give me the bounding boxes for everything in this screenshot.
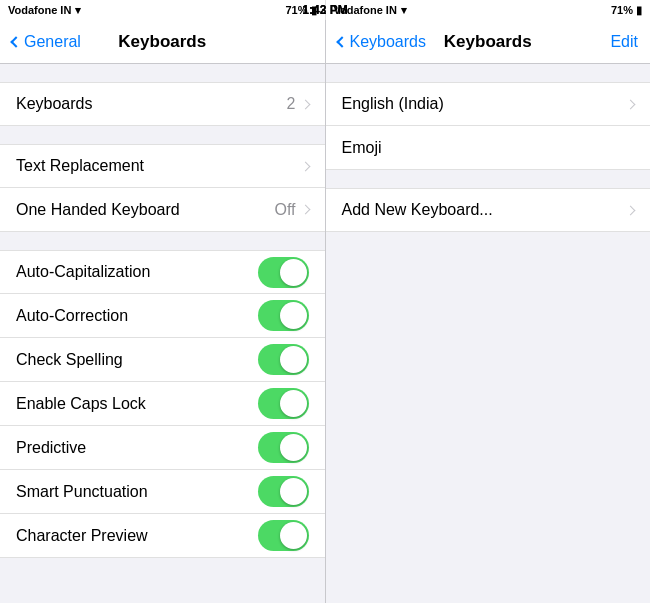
toggle-knob (280, 259, 307, 286)
spacer-1 (0, 64, 325, 82)
check-spelling-label: Check Spelling (16, 351, 258, 369)
right-status-bar: Vodafone IN ▾ 1:43 PM 71% ▮ (325, 0, 651, 20)
list-item: Enable Caps Lock (0, 382, 325, 426)
edit-button[interactable]: Edit (610, 33, 638, 51)
list-item[interactable]: Add New Keyboard... (326, 188, 651, 232)
predictive-toggle[interactable] (258, 432, 309, 463)
list-item: Character Preview (0, 514, 325, 558)
emoji-label: Emoji (342, 139, 635, 157)
char-preview-toggle[interactable] (258, 520, 309, 551)
auto-cap-label: Auto-Capitalization (16, 263, 258, 281)
left-nav-bar: General Keyboards (0, 20, 325, 63)
chevron-right-icon (300, 99, 310, 109)
left-status-left: Vodafone IN ▾ (8, 4, 81, 17)
spacer-r2 (326, 170, 651, 188)
toggle-knob (280, 478, 307, 505)
list-item: Auto-Correction (0, 294, 325, 338)
toggle-knob (280, 390, 307, 417)
left-nav-title: Keyboards (118, 32, 206, 52)
left-status-bar: Vodafone IN ▾ 1:42 PM 71% ▮ (0, 0, 325, 20)
list-item[interactable]: English (India) (326, 82, 651, 126)
chevron-right-icon (626, 99, 636, 109)
left-carrier: Vodafone IN (8, 4, 71, 16)
wifi-icon-right: ▾ (401, 4, 407, 17)
right-nav-title: Keyboards (444, 32, 532, 52)
section-toggles: Auto-Capitalization Auto-Correction Chec… (0, 250, 325, 558)
list-item: Check Spelling (0, 338, 325, 382)
right-back-button[interactable]: Keyboards (338, 33, 427, 51)
list-item: Auto-Capitalization (0, 250, 325, 294)
battery-icon-right: ▮ (636, 4, 642, 17)
right-time: 1:43 PM (302, 3, 347, 17)
right-panel: English (India) Emoji Add New Keyboard..… (325, 64, 651, 603)
auto-correction-toggle[interactable] (258, 300, 309, 331)
predictive-label: Predictive (16, 439, 258, 457)
spacer-2 (0, 126, 325, 144)
list-item[interactable]: Keyboards 2 (0, 82, 325, 126)
section-keyboards: Keyboards 2 (0, 82, 325, 126)
wifi-icon: ▾ (75, 4, 81, 17)
english-india-label: English (India) (342, 95, 628, 113)
right-status-right: 71% ▮ (611, 4, 642, 17)
list-item: Predictive (0, 426, 325, 470)
back-chevron-right (336, 36, 347, 47)
list-item[interactable]: One Handed Keyboard Off (0, 188, 325, 232)
char-preview-label: Character Preview (16, 527, 258, 545)
text-replacement-label: Text Replacement (16, 157, 302, 175)
toggle-knob (280, 522, 307, 549)
spacer-r1 (326, 64, 651, 82)
chevron-right-icon (626, 205, 636, 215)
toggle-knob (280, 346, 307, 373)
right-nav-bar: Keyboards Keyboards Edit (325, 20, 651, 63)
smart-punctuation-label: Smart Punctuation (16, 483, 258, 501)
section-keyboards-list: English (India) Emoji (326, 82, 651, 170)
auto-cap-toggle[interactable] (258, 257, 309, 288)
left-back-label: General (24, 33, 81, 51)
left-panel: Keyboards 2 Text Replacement One Handed … (0, 64, 325, 603)
section-add-keyboard: Add New Keyboard... (326, 188, 651, 232)
check-spelling-toggle[interactable] (258, 344, 309, 375)
list-item: Smart Punctuation (0, 470, 325, 514)
right-battery-pct: 71% (611, 4, 633, 16)
toggle-knob (280, 302, 307, 329)
spacer-3 (0, 232, 325, 250)
smart-punctuation-toggle[interactable] (258, 476, 309, 507)
status-bars: Vodafone IN ▾ 1:42 PM 71% ▮ Vodafone IN … (0, 0, 650, 20)
one-handed-value: Off (274, 201, 295, 219)
back-chevron-left (10, 36, 21, 47)
chevron-right-icon (300, 205, 310, 215)
one-handed-label: One Handed Keyboard (16, 201, 274, 219)
right-back-label: Keyboards (350, 33, 427, 51)
toggle-knob (280, 434, 307, 461)
section-text: Text Replacement One Handed Keyboard Off (0, 144, 325, 232)
caps-lock-label: Enable Caps Lock (16, 395, 258, 413)
chevron-right-icon (300, 161, 310, 171)
list-item[interactable]: Emoji (326, 126, 651, 170)
auto-correction-label: Auto-Correction (16, 307, 258, 325)
caps-lock-toggle[interactable] (258, 388, 309, 419)
left-back-button[interactable]: General (12, 33, 81, 51)
list-item[interactable]: Text Replacement (0, 144, 325, 188)
keyboards-label: Keyboards (16, 95, 287, 113)
panels: Keyboards 2 Text Replacement One Handed … (0, 64, 650, 603)
keyboards-value: 2 (287, 95, 296, 113)
add-keyboard-label: Add New Keyboard... (342, 201, 628, 219)
nav-bars: General Keyboards Keyboards Keyboards Ed… (0, 20, 650, 64)
